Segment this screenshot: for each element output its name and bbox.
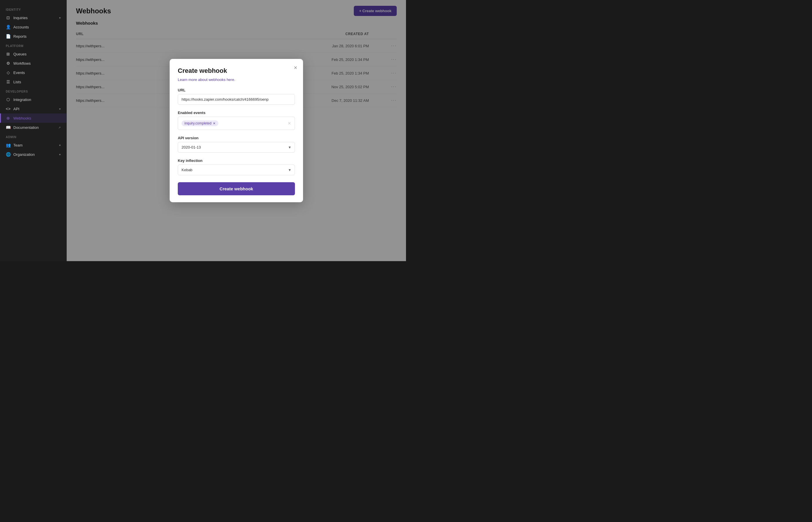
sidebar-item-label-team: Team	[13, 143, 23, 147]
sidebar-section-developers: DEVELOPERS⬡Integration<>API▾⊕Webhooks📖Do…	[0, 86, 66, 132]
team-icon: 👥	[6, 143, 11, 147]
lists-icon: ☰	[6, 80, 11, 84]
integration-icon: ⬡	[6, 97, 11, 102]
organization-chevron-icon: ▾	[59, 153, 61, 156]
modal-close-button[interactable]: ×	[294, 65, 297, 71]
sidebar-item-label-webhooks: Webhooks	[13, 116, 31, 120]
sidebar: IDENTITY⊡Inquiries▾👤Accounts📄ReportsPLAT…	[0, 0, 67, 261]
sidebar-item-label-lists: Lists	[13, 80, 21, 84]
url-input[interactable]	[178, 94, 295, 105]
sidebar-item-api[interactable]: <>API▾	[0, 104, 66, 114]
key-inflection-select-wrapper: Kebab Camel Snake ▼	[178, 164, 295, 175]
url-label: URL	[178, 88, 295, 92]
documentation-icon: 📖	[6, 125, 11, 130]
sidebar-item-reports[interactable]: 📄Reports	[0, 32, 66, 41]
workflows-icon: ⚙	[6, 61, 11, 65]
sidebar-item-label-documentation: Documentation	[13, 125, 39, 130]
queues-icon: ⊞	[6, 52, 11, 56]
sidebar-item-label-api: API	[13, 107, 19, 111]
documentation-external-icon: ↗	[58, 126, 61, 129]
api-version-select-wrapper: 2020-01-13 2019-06-01 2018-12-01 ▼	[178, 142, 295, 153]
events-icon: ◇	[6, 70, 11, 75]
sidebar-item-label-workflows: Workflows	[13, 61, 31, 65]
sidebar-item-events[interactable]: ◇Events	[0, 68, 66, 77]
modal-title: Create webhook	[178, 67, 295, 75]
sidebar-item-label-reports: Reports	[13, 34, 27, 39]
sidebar-item-label-inquiries: Inquiries	[13, 16, 27, 20]
events-field: Enabled events inquiry.completed ✕ ✕	[178, 111, 295, 130]
sidebar-item-label-queues: Queues	[13, 52, 27, 56]
key-inflection-label: Key inflection	[178, 158, 295, 163]
key-inflection-field: Key inflection Kebab Camel Snake ▼	[178, 158, 295, 175]
sidebar-item-label-events: Events	[13, 71, 25, 75]
learn-more-link[interactable]: Learn more about webhooks here.	[178, 78, 235, 82]
sidebar-section-label-developers: DEVELOPERS	[0, 86, 66, 95]
sidebar-item-label-integration: Integration	[13, 98, 31, 102]
sidebar-item-label-organization: Organization	[13, 152, 35, 157]
accounts-icon: 👤	[6, 25, 11, 29]
url-field: URL	[178, 88, 295, 105]
reports-icon: 📄	[6, 34, 11, 39]
webhooks-icon: ⊕	[6, 116, 11, 120]
create-webhook-modal: Create webhook Learn more about webhooks…	[170, 59, 303, 202]
event-tag-inquiry-completed: inquiry.completed ✕	[182, 120, 218, 126]
sidebar-section-admin: ADMIN👥Team▾🌐Organization▾	[0, 132, 66, 159]
sidebar-item-integration[interactable]: ⬡Integration	[0, 95, 66, 104]
sidebar-section-platform: PLATFORM⊞Queues⚙Workflows◇Events☰Lists	[0, 41, 66, 86]
inquiries-icon: ⊡	[6, 15, 11, 20]
organization-icon: 🌐	[6, 152, 11, 157]
sidebar-item-lists[interactable]: ☰Lists	[0, 77, 66, 86]
sidebar-item-label-accounts: Accounts	[13, 25, 29, 29]
inquiries-chevron-icon: ▾	[59, 16, 61, 19]
event-tag-close-icon[interactable]: ✕	[213, 122, 215, 125]
api-icon: <>	[6, 106, 11, 111]
event-tag-label: inquiry.completed	[184, 121, 211, 125]
events-input-container[interactable]: inquiry.completed ✕ ✕	[178, 117, 295, 130]
sidebar-section-label-admin: ADMIN	[0, 132, 66, 140]
sidebar-item-documentation[interactable]: 📖Documentation↗	[0, 123, 66, 132]
events-label: Enabled events	[178, 111, 295, 115]
api-version-label: API version	[178, 136, 295, 140]
sidebar-item-inquiries[interactable]: ⊡Inquiries▾	[0, 13, 66, 22]
api-version-select[interactable]: 2020-01-13 2019-06-01 2018-12-01	[178, 142, 295, 153]
sidebar-section-identity: IDENTITY⊡Inquiries▾👤Accounts📄Reports	[0, 5, 66, 41]
sidebar-item-workflows[interactable]: ⚙Workflows	[0, 59, 66, 68]
sidebar-section-label-platform: PLATFORM	[0, 41, 66, 49]
modal-submit-button[interactable]: Create webhook	[178, 182, 295, 195]
sidebar-section-label-identity: IDENTITY	[0, 5, 66, 13]
team-chevron-icon: ▾	[59, 144, 61, 147]
sidebar-item-queues[interactable]: ⊞Queues	[0, 49, 66, 59]
events-clear-icon[interactable]: ✕	[288, 121, 291, 126]
modal-overlay: Create webhook Learn more about webhooks…	[67, 0, 406, 261]
api-chevron-icon: ▾	[59, 107, 61, 111]
sidebar-item-team[interactable]: 👥Team▾	[0, 140, 66, 150]
sidebar-item-accounts[interactable]: 👤Accounts	[0, 22, 66, 32]
key-inflection-select[interactable]: Kebab Camel Snake	[178, 164, 295, 175]
sidebar-item-organization[interactable]: 🌐Organization▾	[0, 150, 66, 159]
main-content: Webhooks + Create webhook Webhooks URL C…	[67, 0, 406, 261]
sidebar-item-webhooks[interactable]: ⊕Webhooks	[0, 114, 66, 123]
api-version-field: API version 2020-01-13 2019-06-01 2018-1…	[178, 136, 295, 153]
